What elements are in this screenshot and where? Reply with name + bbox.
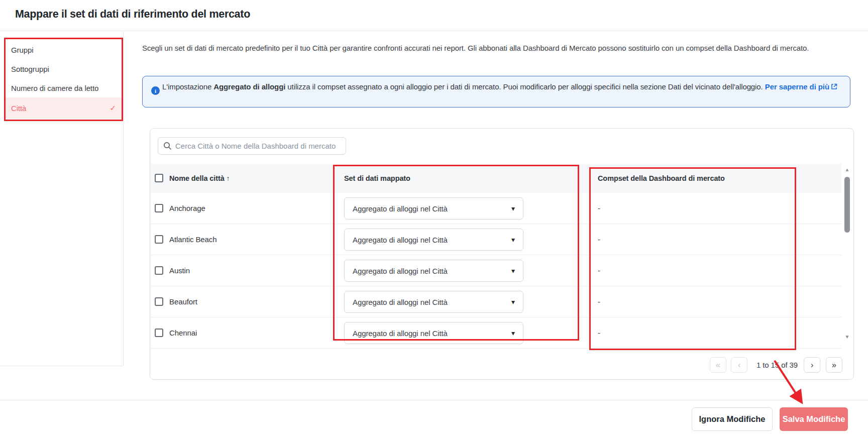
banner-bold-term: Aggregato di alloggi xyxy=(213,82,285,91)
select-value: Aggregato di alloggi nel Città xyxy=(353,329,511,338)
sidebar-item-label: Sottogruppi xyxy=(11,65,49,73)
search-input[interactable] xyxy=(175,138,344,154)
row-checkbox[interactable] xyxy=(155,204,163,212)
scroll-down-icon[interactable]: ▼ xyxy=(844,334,850,340)
footer-divider xyxy=(0,400,868,400)
external-link-icon xyxy=(831,81,837,93)
prev-page-icon: ‹ xyxy=(738,361,740,370)
sort-ascending-icon: ↑ xyxy=(227,174,230,182)
map-market-dataset-page: Mappare il set di dati di riferimento de… xyxy=(0,0,868,436)
row-checkbox[interactable] xyxy=(155,266,163,275)
select-value: Aggregato di alloggi nel Città xyxy=(353,204,511,213)
scroll-up-icon[interactable]: ▲ xyxy=(844,167,850,172)
pagination-label: 1 to 15 of 39 xyxy=(749,357,805,373)
sidebar-item-sottogruppi[interactable]: Sottogruppi xyxy=(5,59,122,78)
scrollbar-thumb[interactable] xyxy=(844,177,850,233)
banner-text-suffix: utilizza il compset assegnato a ogni all… xyxy=(285,82,765,91)
compset-value: - xyxy=(598,255,600,286)
next-page-icon: › xyxy=(811,361,813,370)
pagination-next-button[interactable]: › xyxy=(804,357,820,373)
table-row: Anchorage Aggregato di alloggi nel Città… xyxy=(151,193,841,224)
mapped-dataset-select[interactable]: Aggregato di alloggi nel Città ▾ xyxy=(344,229,523,251)
mapped-dataset-select[interactable]: Aggregato di alloggi nel Città ▾ xyxy=(344,322,523,344)
learn-more-link[interactable]: Per saperne di più xyxy=(765,82,837,91)
banner-text-prefix: L'impostazione xyxy=(162,82,213,91)
city-name: Beaufort xyxy=(169,286,197,317)
sidebar-divider xyxy=(123,31,124,366)
row-checkbox[interactable] xyxy=(155,297,163,306)
pagination-last-button[interactable]: » xyxy=(826,357,842,373)
city-name: Atlantic Beach xyxy=(169,224,217,255)
sidebar-item-label: Numero di camere da letto xyxy=(11,84,98,92)
column-header-mapped-dataset: Set di dati mappato xyxy=(344,164,410,193)
sidebar-item-citta[interactable]: Città ✓ xyxy=(5,97,122,119)
discard-changes-button[interactable]: Ignora Modifiche xyxy=(692,407,773,431)
pagination-prev-button[interactable]: ‹ xyxy=(731,357,747,373)
info-icon: i xyxy=(151,86,160,95)
sidebar-item-label: Gruppi xyxy=(11,46,33,54)
sidebar-item-label: Città xyxy=(11,104,26,113)
mapping-table-card: Nome della città ↑ Set di dati mappato C… xyxy=(150,128,854,380)
page-description: Scegli un set di dati di mercato predefi… xyxy=(142,43,845,54)
compset-value: - xyxy=(598,286,600,317)
banner-text: L'impostazione Aggregato di alloggi util… xyxy=(162,81,838,93)
sidebar-item-gruppi[interactable]: Gruppi xyxy=(5,40,122,59)
mapped-dataset-select[interactable]: Aggregato di alloggi nel Città ▾ xyxy=(344,260,523,282)
last-page-icon: » xyxy=(832,361,836,370)
search-box xyxy=(158,137,346,155)
select-all-checkbox[interactable] xyxy=(155,174,163,182)
table-row: Chennai Aggregato di alloggi nel Città ▾… xyxy=(151,317,841,349)
select-value: Aggregato di alloggi nel Città xyxy=(353,267,511,275)
city-name: Austin xyxy=(169,255,190,286)
mapped-dataset-select[interactable]: Aggregato di alloggi nel Città ▾ xyxy=(344,291,523,313)
sidebar-item-numero-camere[interactable]: Numero di camere da letto xyxy=(5,78,122,97)
first-page-icon: « xyxy=(716,361,720,370)
column-header-city[interactable]: Nome della città ↑ xyxy=(169,164,230,193)
mapped-dataset-select[interactable]: Aggregato di alloggi nel Città ▾ xyxy=(344,197,523,220)
table-row: Atlantic Beach Aggregato di alloggi nel … xyxy=(151,224,841,255)
city-name: Anchorage xyxy=(169,193,205,224)
compset-value: - xyxy=(598,224,600,255)
sidebar: Gruppi Sottogruppi Numero di camere da l… xyxy=(5,40,122,119)
table-header: Nome della città ↑ Set di dati mappato C… xyxy=(151,164,841,193)
chevron-down-icon: ▾ xyxy=(511,298,515,306)
chevron-down-icon: ▾ xyxy=(511,204,515,212)
city-name: Chennai xyxy=(169,317,197,348)
check-icon: ✓ xyxy=(110,103,116,113)
select-value: Aggregato di alloggi nel Città xyxy=(353,236,511,244)
chevron-down-icon: ▾ xyxy=(511,236,515,244)
row-checkbox[interactable] xyxy=(155,235,163,244)
chevron-down-icon: ▾ xyxy=(511,329,515,337)
compset-value: - xyxy=(598,193,600,224)
header-divider xyxy=(0,31,868,31)
pagination-first-button[interactable]: « xyxy=(710,357,726,373)
search-icon xyxy=(163,142,172,150)
chevron-down-icon: ▾ xyxy=(511,267,515,275)
row-checkbox[interactable] xyxy=(155,329,163,337)
select-value: Aggregato di alloggi nel Città xyxy=(353,298,511,306)
table-row: Beaufort Aggregato di alloggi nel Città … xyxy=(151,286,841,317)
compset-value: - xyxy=(598,317,600,348)
page-title: Mappare il set di dati di riferimento de… xyxy=(15,8,250,21)
column-header-compset: Compset della Dashboard di mercato xyxy=(598,164,725,193)
table-row: Austin Aggregato di alloggi nel Città ▾ … xyxy=(151,255,841,286)
sidebar-bottom-divider xyxy=(0,366,123,366)
info-banner: i L'impostazione Aggregato di alloggi ut… xyxy=(142,76,850,107)
save-changes-button[interactable]: Salva Modifiche xyxy=(780,407,848,431)
